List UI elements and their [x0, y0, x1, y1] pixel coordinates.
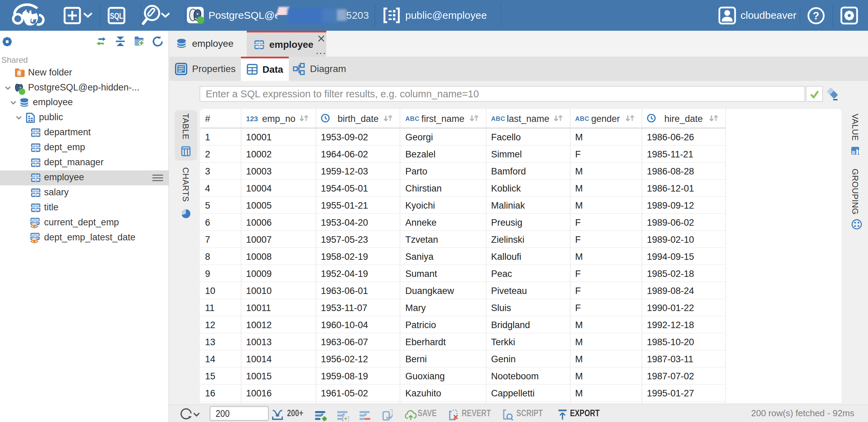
svg-text:(+): (+): [342, 415, 349, 421]
svg-text:?: ?: [813, 10, 819, 22]
svg-text:SQL: SQL: [110, 12, 123, 20]
